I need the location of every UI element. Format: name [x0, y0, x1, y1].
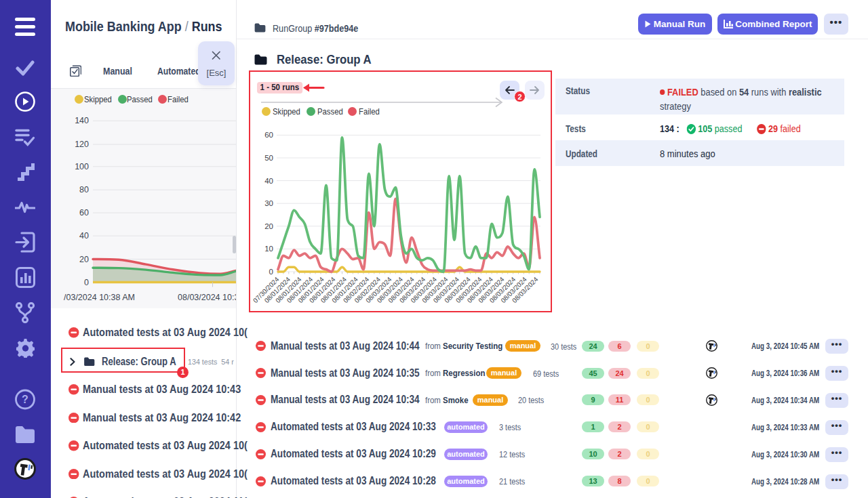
svg-text:120: 120: [75, 140, 89, 149]
svg-text:60: 60: [264, 131, 273, 139]
svg-text:100: 100: [75, 162, 89, 171]
svg-text:?: ?: [22, 394, 28, 405]
svg-text:/03/2024 10:38 AM: /03/2024 10:38 AM: [64, 293, 135, 302]
svg-text:08/03/2024 10:39: 08/03/2024 10:39: [178, 293, 236, 302]
svg-text:20: 20: [79, 255, 89, 264]
svg-text:80: 80: [79, 185, 89, 194]
svg-text:20: 20: [264, 222, 273, 230]
svg-text:0: 0: [269, 268, 273, 276]
svg-text:50: 50: [264, 154, 273, 162]
svg-text:60: 60: [79, 208, 89, 217]
svg-text:10: 10: [264, 245, 273, 253]
svg-text:40: 40: [79, 231, 89, 241]
svg-text:40: 40: [264, 177, 273, 185]
svg-text:140: 140: [75, 116, 89, 125]
svg-text:0: 0: [84, 278, 89, 287]
svg-text:30: 30: [264, 199, 273, 207]
